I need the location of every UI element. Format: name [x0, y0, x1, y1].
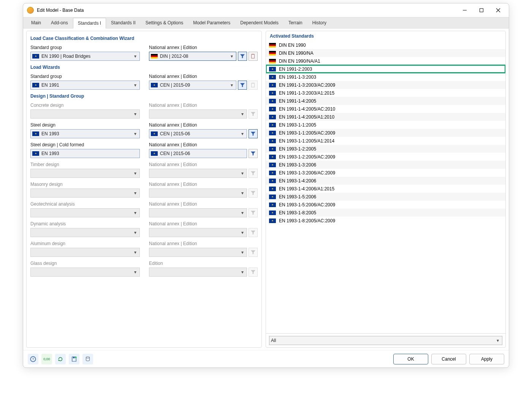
design-geo-group-combo: ▾ — [30, 208, 140, 217]
eu-flag-icon — [32, 151, 39, 156]
standard-item[interactable]: EN 1993-1-5:2006 — [266, 193, 505, 201]
ok-button[interactable]: OK — [393, 354, 428, 364]
eu-flag-icon — [269, 195, 276, 199]
window-title: Edit Model - Base Data — [37, 8, 84, 13]
filter-button[interactable] — [238, 81, 247, 90]
standard-item[interactable]: EN 1993-1-5:2006/AC:2009 — [266, 201, 505, 209]
standard-item[interactable]: EN 1993-1-2:2005/AC:2009 — [266, 153, 505, 161]
standard-item[interactable]: EN 1993-1-3:2006/AC:2009 — [266, 169, 505, 177]
help-button[interactable]: ? — [28, 354, 38, 364]
design-alu-annex-combo: ▾ — [149, 248, 247, 257]
standard-item[interactable]: EN 1991-1-3:2003 — [266, 73, 505, 81]
eu-flag-icon — [269, 163, 276, 167]
standard-item[interactable]: EN 1991-2:2003 — [266, 65, 505, 73]
design-steel-group-combo[interactable]: EN 1993▾ — [30, 129, 140, 138]
chevron-down-icon: ▾ — [133, 111, 138, 117]
standard-name: EN 1993-1-1:2005 — [279, 122, 316, 128]
standard-item[interactable]: EN 1991-1-4:2005/A1:2010 — [266, 113, 505, 121]
filter-button[interactable] — [249, 129, 258, 138]
units-button[interactable]: 0,00 — [41, 354, 52, 364]
design-geo-annex-combo: ▾ — [149, 208, 247, 217]
minimize-button[interactable] — [456, 5, 473, 16]
loadcase-annex-label: National annex | Edition — [149, 45, 258, 50]
design-concrete-annex-combo: ▾ — [149, 109, 247, 119]
design-steel-annex-combo[interactable]: CEN | 2015-06▾ — [149, 129, 247, 138]
standard-item[interactable]: EN 1993-1-3:2006 — [266, 161, 505, 169]
standard-item[interactable]: EN 1991-1-3:2003/AC:2009 — [266, 81, 505, 89]
standard-name: DIN EN 1990 — [279, 43, 306, 48]
standard-item[interactable]: EN 1991-1-4:2005 — [266, 97, 505, 105]
eu-flag-icon — [32, 54, 39, 59]
standard-item[interactable]: EN 1993-1-8:2005 — [266, 209, 505, 217]
filter-button — [249, 188, 258, 198]
chevron-down-icon: ▾ — [133, 131, 138, 136]
filter-button[interactable] — [249, 149, 258, 158]
apply-button[interactable]: Apply — [469, 354, 504, 364]
standard-item[interactable]: DIN EN 1990 — [266, 41, 505, 49]
maximize-button[interactable] — [473, 5, 490, 16]
loadcase-group-combo[interactable]: EN 1990 | Road Bridges ▾ — [30, 52, 140, 61]
tab-history[interactable]: History — [307, 17, 331, 28]
eu-flag-icon — [269, 187, 276, 191]
clipboard-button — [249, 81, 258, 90]
standard-name: DIN EN 1990/NA — [279, 51, 314, 56]
svg-rect-4 — [252, 54, 255, 59]
design-steel-group-value: EN 1993 — [41, 131, 59, 136]
standard-item[interactable]: EN 1993-1-1:2005/A1:2014 — [266, 137, 505, 145]
svg-rect-11 — [73, 357, 75, 358]
standard-item[interactable]: EN 1993-1-1:2005/AC:2009 — [266, 129, 505, 137]
chevron-down-icon: ▾ — [240, 131, 245, 136]
design-coldform-group-combo[interactable]: EN 1993 — [30, 149, 140, 158]
chevron-down-icon: ▾ — [133, 82, 138, 88]
activated-filter-combo[interactable]: All ▾ — [269, 336, 502, 345]
tab-add-ons[interactable]: Add-ons — [46, 17, 73, 28]
de-flag-icon — [269, 43, 276, 48]
tab-settings-options[interactable]: Settings & Options — [141, 17, 188, 28]
standard-item[interactable]: EN 1991-1-3:2003/A1:2015 — [266, 89, 505, 97]
loadwiz-group-combo[interactable]: EN 1991 ▾ — [30, 81, 140, 90]
design-masonry-label: Masonry design — [30, 182, 140, 187]
design-alu-label: Aluminum design — [30, 241, 140, 246]
standard-item[interactable]: EN 1993-1-4:2006/A1:2015 — [266, 185, 505, 193]
tab-dependent-models[interactable]: Dependent Models — [235, 17, 283, 28]
design-steel-annex-value: CEN | 2015-06 — [160, 131, 190, 136]
chevron-down-icon: ▾ — [240, 269, 245, 275]
tab-main[interactable]: Main — [26, 17, 46, 28]
save-button[interactable] — [69, 354, 79, 364]
chevron-down-icon: ▾ — [133, 54, 138, 59]
tab-standards-ii[interactable]: Standards II — [106, 17, 141, 28]
chevron-down-icon: ▾ — [240, 111, 245, 117]
standard-name: EN 1993-1-3:2006/AC:2009 — [279, 170, 335, 176]
design-coldform-annex-combo[interactable]: CEN | 2015-06 — [149, 149, 247, 158]
cancel-button[interactable]: Cancel — [431, 354, 466, 364]
clipboard-button[interactable] — [249, 52, 258, 61]
filter-button[interactable] — [238, 52, 247, 61]
standard-name: EN 1993-1-2:2005 — [279, 146, 316, 152]
close-button[interactable] — [490, 5, 507, 16]
standard-item[interactable]: EN 1993-1-1:2005 — [266, 121, 505, 129]
chevron-down-icon: ▾ — [240, 171, 245, 176]
activated-standards-list[interactable]: DIN EN 1990DIN EN 1990/NADIN EN 1990/NA/… — [266, 40, 505, 333]
standard-item[interactable]: EN 1993-1-2:2005 — [266, 145, 505, 153]
loadcase-annex-combo[interactable]: DIN | 2012-08 ▾ — [149, 52, 236, 61]
app-icon — [27, 7, 34, 14]
loadcase-annex-value: DIN | 2012-08 — [160, 54, 188, 59]
loadwiz-annex-combo[interactable]: CEN | 2015-09 ▾ — [149, 81, 236, 90]
refresh-button[interactable] — [55, 354, 66, 364]
design-dynamic-group-combo: ▾ — [30, 228, 140, 237]
database-button[interactable] — [82, 354, 93, 364]
standards-form-pane: Load Case Classification & Combination W… — [26, 31, 262, 348]
standard-item[interactable]: DIN EN 1990/NA — [266, 49, 505, 57]
standard-item[interactable]: EN 1993-1-4:2006 — [266, 177, 505, 185]
tab-model-parameters[interactable]: Model Parameters — [188, 17, 235, 28]
standard-item[interactable]: EN 1991-1-4:2005/AC:2010 — [266, 105, 505, 113]
standard-name: EN 1993-1-3:2006 — [279, 162, 316, 168]
svg-rect-1 — [480, 9, 483, 12]
tab-standards-i[interactable]: Standards I — [73, 18, 106, 28]
design-masonry-annex-label: National annex | Edition — [149, 182, 258, 187]
standard-item[interactable]: EN 1993-1-8:2005/AC:2009 — [266, 217, 505, 225]
tab-terrain[interactable]: Terrain — [283, 17, 307, 28]
eu-flag-icon — [32, 83, 39, 87]
standard-item[interactable]: DIN EN 1990/NA/A1 — [266, 57, 505, 65]
svg-rect-6 — [252, 83, 255, 87]
